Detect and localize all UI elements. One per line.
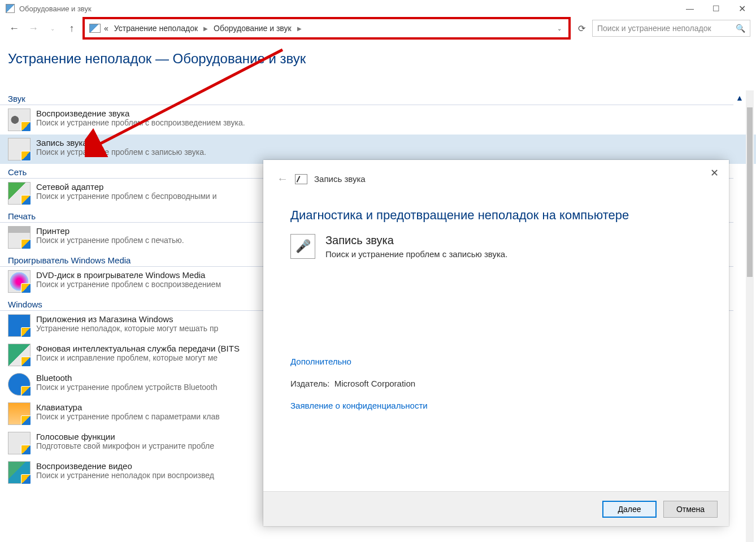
item-title: Воспроизведение звука [36,109,245,118]
item-icon [8,344,31,366]
item-desc: Поиск и исправление проблем, которые мог… [36,353,240,362]
item-icon [8,270,31,293]
next-button[interactable]: Далее [602,501,657,518]
category-header: Звук [0,90,733,105]
close-button[interactable]: ✕ [729,0,755,17]
publisher-label: Издатель: [290,379,329,388]
scroll-thumb[interactable] [747,107,753,277]
shield-badge-icon [21,415,31,426]
item-title: Клавиатура [36,402,220,412]
crumb-hardware-sound[interactable]: Оборудование и звук [211,23,294,34]
titlebar: Оборудование и звук — ☐ ✕ [0,0,756,17]
dialog-back-button[interactable]: ← [277,172,288,185]
item-desc: Подготовьте свой микрофон и устраните пр… [36,441,214,450]
address-dropdown[interactable]: ⌄ [555,25,564,32]
search-placeholder: Поиск и устранение неполадок [597,24,711,33]
shield-badge-icon [21,195,31,205]
dialog-body-desc: Поиск и устранение проблем с записью зву… [325,249,507,259]
item-title: Запись звука [36,138,206,148]
navbar: ← → ⌄ ↑ « Устранение неполадок ▶ Оборудо… [0,17,756,40]
item-title: Голосовые функции [36,432,214,441]
shield-badge-icon [21,122,31,132]
up-button[interactable]: ↑ [63,20,80,37]
item-desc: Устранение неполадок, которые могут меша… [36,324,218,333]
breadcrumb-icon [89,24,101,33]
window-title: Оборудование и звук [19,5,92,13]
item-icon [8,461,31,484]
publisher-line: Издатель: Microsoft Corporation [290,379,702,388]
shield-badge-icon [21,474,31,484]
advanced-link[interactable]: Дополнительно [290,357,702,366]
app-icon [6,4,15,13]
item-title: Сетевой адаптер [36,182,217,192]
item-icon [8,314,31,337]
shield-badge-icon [21,327,31,337]
breadcrumb-separator: ▶ [203,25,208,32]
mic-large-icon: 🎤 [290,234,315,259]
item-title: DVD-диск в проигрывателе Windows Media [36,270,221,280]
search-input[interactable]: Поиск и устранение неполадок 🔍 [592,20,750,37]
cancel-button[interactable]: Отмена [663,501,718,518]
forward-button[interactable]: → [25,20,42,37]
item-desc: Поиск и устранение проблем с беспроводны… [36,192,217,201]
item-icon [8,373,31,396]
item-title: Bluetooth [36,373,218,383]
publisher-name: Microsoft Corporation [334,379,415,388]
scrollbar[interactable] [746,90,754,542]
item-desc: Поиск и устранение неполадок при воспрои… [36,471,214,480]
shield-badge-icon [21,239,31,249]
shield-badge-icon [21,283,31,293]
back-button[interactable]: ← [6,20,23,37]
item-title: Приложения из Магазина Windows [36,314,218,324]
breadcrumb[interactable]: « Устранение неполадок ▶ Оборудование и … [82,17,571,40]
item-icon [8,432,31,454]
privacy-link[interactable]: Заявление о конфиденциальности [290,401,702,410]
shield-badge-icon [21,386,31,396]
item-desc: Поиск и устранение проблем с параметрами… [36,412,220,421]
breadcrumb-prefix: « [104,24,108,33]
item-title: Принтер [36,226,184,236]
breadcrumb-separator: ▶ [297,25,302,32]
dialog-body-title: Запись звука [325,234,507,247]
dialog-heading: Диагностика и предотвращение неполадок н… [263,191,729,234]
item-icon [8,182,31,205]
maximize-button[interactable]: ☐ [703,0,729,17]
recent-dropdown[interactable]: ⌄ [44,20,61,37]
item-title: Фоновая интеллектуальная служба передачи… [36,344,240,353]
shield-badge-icon [21,151,31,161]
item-desc: Поиск и устранение проблем с печатью. [36,236,184,245]
shield-badge-icon [21,445,31,455]
item-icon [8,138,31,161]
page-title: Устранение неполадок — Оборудование и зв… [0,40,756,72]
troubleshooter-item[interactable]: Воспроизведение звукаПоиск и устранение … [0,105,756,135]
minimize-button[interactable]: — [677,0,703,17]
refresh-button[interactable]: ⟳ [573,23,590,34]
crumb-troubleshoot[interactable]: Устранение неполадок [112,23,200,34]
item-desc: Поиск и устранение проблем с воспроизвед… [36,118,245,127]
mic-icon [295,174,307,184]
item-icon [8,402,31,425]
item-title: Воспроизведение видео [36,461,214,471]
item-desc: Поиск и устранение проблем с записью зву… [36,148,206,157]
search-icon: 🔍 [736,24,745,33]
collapse-caret[interactable]: ▲ [735,93,745,103]
shield-badge-icon [21,357,31,367]
item-desc: Поиск и устранение проблем устройств Blu… [36,383,218,392]
troubleshooter-dialog: ✕ ← Запись звука Диагностика и предотвра… [263,160,729,526]
dialog-footer: Далее Отмена [263,491,729,526]
item-icon [8,226,31,249]
window-controls: — ☐ ✕ [677,0,755,17]
item-icon [8,109,31,131]
item-desc: Поиск и устранение проблем с воспроизвед… [36,280,221,289]
dialog-close-button[interactable]: ✕ [708,164,721,181]
dialog-title-small: Запись звука [314,174,366,184]
